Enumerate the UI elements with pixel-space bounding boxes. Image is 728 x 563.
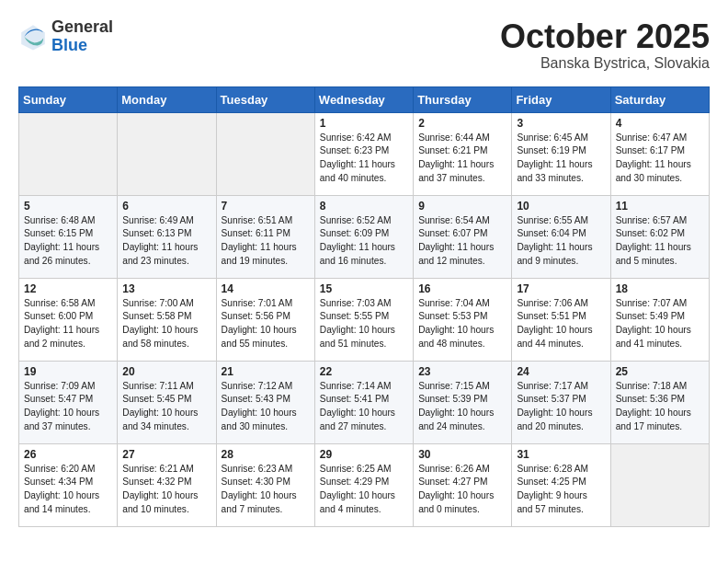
month-title: October 2025: [500, 18, 710, 55]
calendar-cell: 7Sunrise: 6:51 AMSunset: 6:11 PMDaylight…: [216, 195, 314, 278]
day-number: 25: [616, 365, 704, 378]
cell-details: Sunrise: 7:11 AMSunset: 5:45 PMDaylight:…: [122, 380, 210, 434]
cell-details: Sunrise: 6:52 AMSunset: 6:09 PMDaylight:…: [320, 214, 408, 269]
calendar-cell: 28Sunrise: 6:23 AMSunset: 4:30 PMDayligh…: [216, 443, 314, 526]
calendar-cell: 16Sunrise: 7:04 AMSunset: 5:53 PMDayligh…: [414, 278, 512, 361]
day-number: 2: [418, 117, 506, 130]
calendar-cell: 11Sunrise: 6:57 AMSunset: 6:02 PMDayligh…: [610, 195, 709, 278]
cell-details: Sunrise: 6:28 AMSunset: 4:25 PMDaylight:…: [517, 463, 605, 517]
cell-details: Sunrise: 6:23 AMSunset: 4:30 PMDaylight:…: [222, 463, 310, 517]
calendar-cell: [610, 443, 709, 526]
calendar-cell: 24Sunrise: 7:17 AMSunset: 5:37 PMDayligh…: [512, 361, 610, 443]
calendar-cell: 4Sunrise: 6:47 AMSunset: 6:17 PMDaylight…: [610, 112, 709, 195]
calendar-cell: 15Sunrise: 7:03 AMSunset: 5:55 PMDayligh…: [314, 278, 413, 361]
day-number: 13: [122, 282, 210, 295]
day-number: 5: [24, 200, 112, 213]
day-number: 29: [320, 448, 408, 461]
logo-blue-text: Blue: [51, 36, 87, 54]
day-number: 24: [517, 365, 605, 378]
day-number: 15: [320, 282, 408, 295]
day-number: 28: [222, 448, 310, 461]
calendar-cell: [216, 112, 314, 195]
cell-details: Sunrise: 6:26 AMSunset: 4:27 PMDaylight:…: [418, 463, 506, 517]
calendar-week-row: 1Sunrise: 6:42 AMSunset: 6:23 PMDaylight…: [19, 112, 710, 195]
weekday-header-sunday: Sunday: [19, 86, 118, 112]
calendar-cell: [19, 112, 118, 195]
page-header: General Blue October 2025 Banska Bystric…: [18, 18, 710, 72]
cell-details: Sunrise: 7:00 AMSunset: 5:58 PMDaylight:…: [122, 297, 210, 351]
calendar-week-row: 26Sunrise: 6:20 AMSunset: 4:34 PMDayligh…: [19, 443, 710, 526]
calendar-cell: 10Sunrise: 6:55 AMSunset: 6:04 PMDayligh…: [512, 195, 610, 278]
cell-details: Sunrise: 7:03 AMSunset: 5:55 PMDaylight:…: [320, 297, 408, 351]
weekday-header-saturday: Saturday: [610, 86, 709, 112]
day-number: 18: [616, 282, 704, 295]
cell-details: Sunrise: 6:57 AMSunset: 6:02 PMDaylight:…: [616, 214, 704, 269]
day-number: 30: [418, 448, 506, 461]
cell-details: Sunrise: 7:04 AMSunset: 5:53 PMDaylight:…: [418, 297, 506, 351]
day-number: 1: [320, 117, 408, 130]
day-number: 31: [517, 448, 605, 461]
day-number: 7: [222, 200, 310, 213]
day-number: 16: [418, 282, 506, 295]
calendar-cell: 2Sunrise: 6:44 AMSunset: 6:21 PMDaylight…: [414, 112, 512, 195]
cell-details: Sunrise: 6:44 AMSunset: 6:21 PMDaylight:…: [418, 132, 506, 186]
calendar-cell: 5Sunrise: 6:48 AMSunset: 6:15 PMDaylight…: [19, 195, 118, 278]
day-number: 23: [418, 365, 506, 378]
calendar-cell: 26Sunrise: 6:20 AMSunset: 4:34 PMDayligh…: [19, 443, 118, 526]
day-number: 12: [24, 282, 112, 295]
calendar-week-row: 19Sunrise: 7:09 AMSunset: 5:47 PMDayligh…: [19, 361, 710, 443]
calendar-cell: 22Sunrise: 7:14 AMSunset: 5:41 PMDayligh…: [314, 361, 413, 443]
day-number: 21: [222, 365, 310, 378]
calendar-cell: 8Sunrise: 6:52 AMSunset: 6:09 PMDaylight…: [314, 195, 413, 278]
cell-details: Sunrise: 7:17 AMSunset: 5:37 PMDaylight:…: [517, 380, 605, 434]
day-number: 11: [616, 200, 704, 213]
cell-details: Sunrise: 6:48 AMSunset: 6:15 PMDaylight:…: [24, 214, 112, 269]
day-number: 3: [517, 117, 605, 130]
day-number: 26: [24, 448, 112, 461]
calendar-header-row: SundayMondayTuesdayWednesdayThursdayFrid…: [19, 86, 710, 112]
calendar-cell: 12Sunrise: 6:58 AMSunset: 6:00 PMDayligh…: [19, 278, 118, 361]
calendar-cell: 9Sunrise: 6:54 AMSunset: 6:07 PMDaylight…: [414, 195, 512, 278]
calendar-cell: 3Sunrise: 6:45 AMSunset: 6:19 PMDaylight…: [512, 112, 610, 195]
calendar-cell: 23Sunrise: 7:15 AMSunset: 5:39 PMDayligh…: [414, 361, 512, 443]
weekday-header-monday: Monday: [118, 86, 216, 112]
calendar-cell: 25Sunrise: 7:18 AMSunset: 5:36 PMDayligh…: [610, 361, 709, 443]
calendar-cell: 19Sunrise: 7:09 AMSunset: 5:47 PMDayligh…: [19, 361, 118, 443]
weekday-header-wednesday: Wednesday: [314, 86, 413, 112]
day-number: 19: [24, 365, 112, 378]
cell-details: Sunrise: 6:55 AMSunset: 6:04 PMDaylight:…: [517, 214, 605, 269]
calendar-week-row: 5Sunrise: 6:48 AMSunset: 6:15 PMDaylight…: [19, 195, 710, 278]
day-number: 8: [320, 200, 408, 213]
day-number: 6: [122, 200, 210, 213]
calendar-cell: [118, 112, 216, 195]
calendar-cell: 13Sunrise: 7:00 AMSunset: 5:58 PMDayligh…: [118, 278, 216, 361]
calendar-cell: 18Sunrise: 7:07 AMSunset: 5:49 PMDayligh…: [610, 278, 709, 361]
cell-details: Sunrise: 6:21 AMSunset: 4:32 PMDaylight:…: [122, 463, 210, 517]
weekday-header-thursday: Thursday: [414, 86, 512, 112]
calendar-cell: 20Sunrise: 7:11 AMSunset: 5:45 PMDayligh…: [118, 361, 216, 443]
day-number: 14: [222, 282, 310, 295]
cell-details: Sunrise: 6:20 AMSunset: 4:34 PMDaylight:…: [24, 463, 112, 517]
cell-details: Sunrise: 7:18 AMSunset: 5:36 PMDaylight:…: [616, 380, 704, 434]
cell-details: Sunrise: 7:07 AMSunset: 5:49 PMDaylight:…: [616, 297, 704, 351]
calendar-cell: 31Sunrise: 6:28 AMSunset: 4:25 PMDayligh…: [512, 443, 610, 526]
day-number: 10: [517, 200, 605, 213]
cell-details: Sunrise: 6:42 AMSunset: 6:23 PMDaylight:…: [320, 132, 408, 186]
calendar-cell: 6Sunrise: 6:49 AMSunset: 6:13 PMDaylight…: [118, 195, 216, 278]
logo: General Blue: [18, 18, 113, 55]
cell-details: Sunrise: 6:25 AMSunset: 4:29 PMDaylight:…: [320, 463, 408, 517]
calendar-cell: 17Sunrise: 7:06 AMSunset: 5:51 PMDayligh…: [512, 278, 610, 361]
day-number: 9: [418, 200, 506, 213]
day-number: 4: [616, 117, 704, 130]
location-subtitle: Banska Bystrica, Slovakia: [500, 55, 710, 72]
cell-details: Sunrise: 7:01 AMSunset: 5:56 PMDaylight:…: [222, 297, 310, 351]
cell-details: Sunrise: 6:47 AMSunset: 6:17 PMDaylight:…: [616, 132, 704, 186]
day-number: 20: [122, 365, 210, 378]
logo-general-text: General: [51, 17, 113, 36]
logo-icon: [18, 22, 48, 52]
calendar-cell: 14Sunrise: 7:01 AMSunset: 5:56 PMDayligh…: [216, 278, 314, 361]
day-number: 27: [122, 448, 210, 461]
title-block: October 2025 Banska Bystrica, Slovakia: [500, 18, 710, 72]
cell-details: Sunrise: 7:06 AMSunset: 5:51 PMDaylight:…: [517, 297, 605, 351]
cell-details: Sunrise: 6:54 AMSunset: 6:07 PMDaylight:…: [418, 214, 506, 269]
